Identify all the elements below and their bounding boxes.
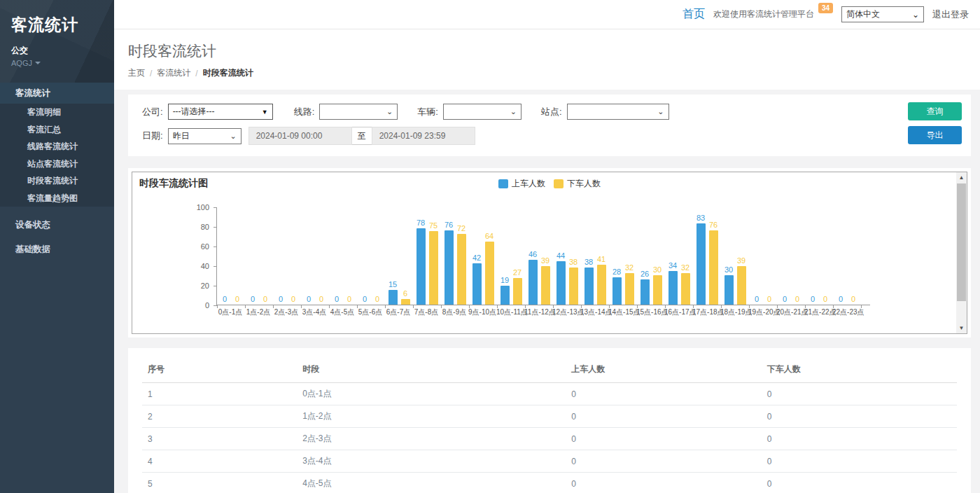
bar[interactable] [513,278,522,305]
x-tick-mark [329,305,330,308]
bar[interactable] [653,275,662,305]
scroll-down-icon[interactable]: ▼ [956,323,967,333]
table-row[interactable]: 32点-3点00 [142,428,957,450]
y-tick-label: 80 [201,223,209,231]
bar-group: 7672 [441,207,469,305]
bar[interactable] [388,290,398,305]
bar[interactable] [668,271,678,305]
org-sub-dropdown[interactable]: AQGJ [11,59,114,67]
bar-value-label: 0 [319,295,323,303]
bar-wrap: 32 [680,207,691,305]
bar[interactable] [556,261,566,305]
legend-item[interactable]: 下车人数 [554,178,601,190]
bar[interactable] [569,268,578,305]
x-tick-label: 9点-10点 [468,307,496,317]
bar-wrap: 76 [443,207,454,305]
breadcrumb-home[interactable]: 主页 [128,67,145,79]
x-tick-mark [777,305,778,308]
table-cell: 4 [142,450,297,473]
export-button[interactable]: 导出 [908,126,962,144]
home-link[interactable]: 首页 [682,7,705,22]
chevron-down-icon: ⌄ [912,10,919,20]
breadcrumb-section[interactable]: 客流统计 [157,67,190,79]
bar[interactable] [500,286,510,305]
sidebar-subitem[interactable]: 站点客流统计 [0,155,114,173]
query-button[interactable]: 查询 [908,102,962,120]
topbar: 首页 欢迎使用客流统计管理平台 34 简体中文 ⌄ 退出登录 [114,0,980,29]
scrollbar-thumb[interactable] [957,183,966,301]
sidebar-subitem[interactable]: 线路客流统计 [0,138,114,155]
bar[interactable] [541,266,550,305]
logout-link[interactable]: 退出登录 [932,8,969,21]
bar-wrap: 0 [344,207,355,305]
scroll-up-icon[interactable]: ▲ [956,172,967,183]
language-select[interactable]: 简体中文 ⌄ [841,6,924,22]
bar-wrap: 0 [316,207,327,305]
bar[interactable] [709,230,718,305]
bar[interactable] [444,230,454,305]
bar[interactable] [625,273,634,305]
table-row[interactable]: 10点-1点00 [142,383,957,405]
bar[interactable] [429,231,438,305]
bar[interactable] [737,266,746,305]
chart-panel: 时段车流统计图 上车人数下车人数 100806040200 0000000000… [128,168,971,338]
bar[interactable] [696,223,706,305]
bar[interactable] [724,275,734,305]
sidebar-item-device-status[interactable]: 设备状态 [0,213,114,237]
table-row[interactable]: 21点-2点00 [142,405,957,428]
table-row[interactable]: 54点-5点00 [142,473,957,493]
bar-value-label: 39 [541,256,550,265]
sidebar-subitem[interactable]: 时段客流统计 [0,172,114,190]
x-tick-mark [525,305,526,308]
plot-area: 0000000000001567875767242641927463944383… [216,207,870,305]
chart-legend: 上车人数下车人数 [498,178,601,190]
bar[interactable] [401,299,410,305]
bar-wrap: 46 [527,207,538,305]
bar[interactable] [597,265,606,305]
bar[interactable] [681,273,690,305]
x-tick-label: 6点-7点 [384,307,412,317]
notification-badge[interactable]: 34 [818,3,833,13]
bar[interactable] [528,260,538,305]
chart-vertical-scrollbar[interactable]: ▲ ▼ [956,172,967,333]
bar-value-label: 0 [251,295,255,303]
page-title: 时段客流统计 [128,41,980,61]
bar[interactable] [584,268,594,305]
table-row[interactable]: 43点-4点00 [142,450,957,473]
legend-item[interactable]: 上车人数 [498,178,545,190]
bar[interactable] [472,263,482,305]
bar[interactable] [640,279,650,305]
company-select[interactable]: ---请选择--- ▼ [168,104,273,120]
caret-down-icon [35,62,41,64]
line-select[interactable]: ⌄ [319,104,398,120]
bar-group: 00 [273,207,301,305]
chevron-down-icon: ⌄ [657,108,664,116]
breadcrumb-separator: / [195,69,197,78]
bar-group: 00 [245,207,273,305]
bar-wrap: 30 [723,207,734,305]
select-arrow-icon: ▼ [262,109,268,116]
chevron-down-icon: ⌄ [510,108,517,116]
sidebar-section-passenger-stats[interactable]: 客流统计 [0,83,114,104]
bar-value-label: 6 [403,289,407,298]
table-body: 10点-1点0021点-2点0032点-3点0043点-4点0054点-5点00… [142,383,957,493]
table-cell: 0 [762,383,957,405]
sidebar-subitem[interactable]: 客流汇总 [0,121,114,139]
bar-value-label: 15 [388,280,397,289]
bar-wrap: 42 [471,207,482,305]
sidebar-subitem[interactable]: 客流量趋势图 [0,190,114,207]
date-preset-select[interactable]: 昨日 ⌄ [168,128,241,144]
sidebar-item-base-data[interactable]: 基础数据 [0,237,114,261]
bar[interactable] [457,234,466,305]
vehicle-select[interactable]: ⌄ [443,104,522,120]
date-to-input[interactable]: 2024-01-09 23:59 [372,127,475,145]
station-select[interactable]: ⌄ [567,104,669,120]
date-from-input[interactable]: 2024-01-09 00:00 [248,127,352,145]
bar-value-label: 34 [668,261,677,270]
sidebar-subitem[interactable]: 客流明细 [0,104,114,121]
bar[interactable] [416,228,426,305]
bar-wrap: 0 [260,207,271,305]
bar-wrap: 0 [232,207,243,305]
bar[interactable] [485,242,494,305]
bar[interactable] [612,277,622,305]
